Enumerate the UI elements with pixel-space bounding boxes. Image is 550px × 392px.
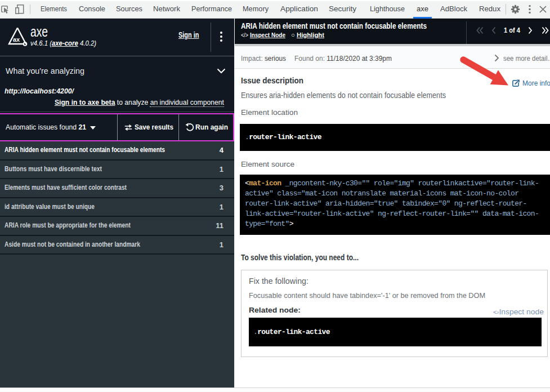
svg-text:ax: ax (13, 36, 20, 43)
